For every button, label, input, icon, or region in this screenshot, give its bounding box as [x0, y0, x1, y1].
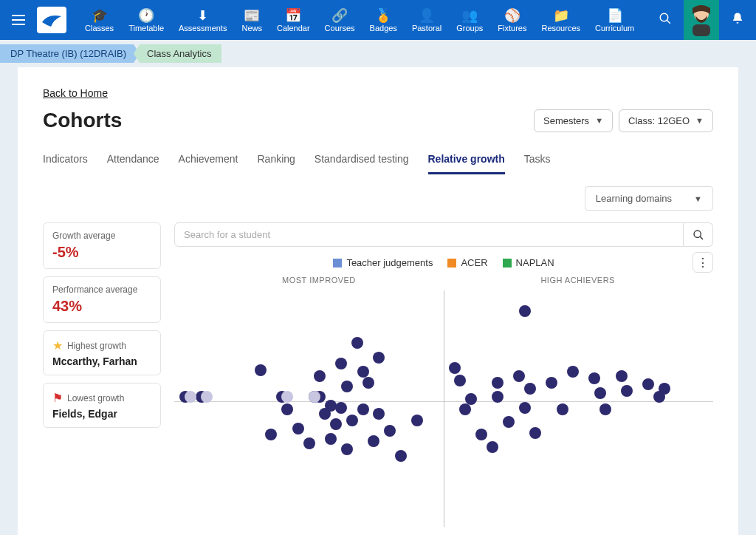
data-point[interactable]: [201, 391, 213, 403]
lowest-growth-card: ⚑Lowest growth Fields, Edgar: [43, 383, 161, 428]
nav-resources[interactable]: 📁Resources: [534, 7, 588, 33]
data-point[interactable]: [325, 400, 337, 412]
nav-courses[interactable]: 🔗Courses: [317, 7, 362, 33]
nav-label: Fixtures: [498, 24, 526, 33]
data-point[interactable]: [335, 402, 347, 414]
classes-icon: 🎓: [92, 7, 108, 24]
notifications-icon[interactable]: [726, 12, 749, 28]
back-link[interactable]: Back to Home: [43, 87, 108, 99]
tab-relative-growth[interactable]: Relative growth: [428, 149, 505, 174]
data-point[interactable]: [546, 377, 557, 389]
nav-news[interactable]: 📰News: [234, 7, 269, 33]
data-point[interactable]: [659, 383, 670, 395]
nav-pastoral[interactable]: 👤Pastoral: [405, 7, 449, 33]
nav-calendar[interactable]: 📅Calendar: [269, 7, 317, 33]
data-point[interactable]: [557, 403, 568, 415]
data-point[interactable]: [292, 423, 304, 435]
search-icon[interactable]: [654, 12, 676, 28]
search-button[interactable]: [684, 222, 713, 247]
app-logo[interactable]: [37, 7, 66, 33]
class-dropdown[interactable]: Class: 12GEO ▼: [619, 109, 713, 132]
data-point[interactable]: [529, 427, 541, 439]
breadcrumb-level-2[interactable]: Class Analytics: [134, 44, 221, 63]
menu-icon[interactable]: [7, 9, 30, 31]
data-point[interactable]: [459, 403, 471, 415]
data-point[interactable]: [314, 370, 326, 382]
data-point[interactable]: [492, 391, 504, 403]
data-point[interactable]: [599, 403, 611, 415]
data-point[interactable]: [346, 415, 358, 426]
growth-value: -5%: [52, 244, 151, 261]
data-point[interactable]: [567, 366, 579, 378]
data-point[interactable]: [351, 337, 363, 349]
student-search-input[interactable]: [174, 222, 684, 247]
nav-label: News: [241, 24, 262, 33]
tab-attendance[interactable]: Attendance: [107, 149, 159, 174]
data-point[interactable]: [588, 372, 600, 384]
data-point[interactable]: [368, 435, 379, 447]
tab-achievement[interactable]: Achievement: [179, 149, 238, 174]
data-point[interactable]: [487, 441, 498, 453]
data-point[interactable]: [519, 402, 531, 414]
nav-assessments[interactable]: ⬇Assessments: [171, 7, 234, 33]
data-point[interactable]: [503, 416, 515, 428]
data-point[interactable]: [449, 362, 461, 374]
data-point[interactable]: [281, 391, 293, 403]
growth-average-card: Growth average -5%: [43, 222, 161, 269]
data-point[interactable]: [341, 381, 353, 392]
nav-groups[interactable]: 👥Groups: [449, 7, 490, 33]
legend-naplan[interactable]: NAPLAN: [503, 257, 554, 268]
data-point[interactable]: [373, 408, 385, 420]
nav-label: Curriculum: [595, 24, 634, 33]
data-point[interactable]: [265, 429, 277, 440]
tab-indicators[interactable]: Indicators: [43, 149, 88, 174]
data-point[interactable]: [524, 383, 536, 395]
data-point[interactable]: [594, 387, 606, 399]
semesters-dropdown[interactable]: Semesters ▼: [534, 109, 613, 132]
data-point[interactable]: [616, 370, 628, 382]
data-point[interactable]: [255, 364, 267, 376]
data-point[interactable]: [411, 415, 423, 426]
data-point[interactable]: [513, 370, 525, 382]
data-point[interactable]: [335, 358, 347, 369]
quadrant-label-high-achievers: HIGH ACHIEVERS: [540, 276, 615, 284]
data-point[interactable]: [454, 375, 466, 386]
data-point[interactable]: [362, 377, 374, 389]
data-point[interactable]: [642, 378, 654, 390]
legend-teacher[interactable]: Teacher judgements: [333, 257, 433, 268]
breadcrumb-level-1[interactable]: DP Theatre (IB) (12DRAIB): [0, 44, 140, 63]
data-point[interactable]: [621, 385, 633, 397]
data-point[interactable]: [384, 425, 396, 437]
data-point[interactable]: [357, 403, 369, 415]
data-point[interactable]: [341, 443, 353, 455]
nav-classes[interactable]: 🎓Classes: [78, 7, 121, 33]
data-point[interactable]: [519, 305, 531, 317]
data-point[interactable]: [185, 391, 196, 403]
fixtures-icon: ⚾: [504, 7, 520, 24]
data-point[interactable]: [309, 391, 320, 403]
data-point[interactable]: [492, 377, 504, 389]
data-point[interactable]: [303, 437, 315, 449]
svg-line-5: [700, 236, 703, 239]
data-point[interactable]: [330, 418, 342, 430]
nav-label: Calendar: [277, 24, 310, 33]
legend-swatch: [333, 259, 342, 268]
learning-domains-dropdown[interactable]: Learning domains ▼: [585, 186, 713, 211]
data-point[interactable]: [395, 450, 407, 462]
pastoral-icon: 👤: [419, 7, 435, 24]
legend-acer[interactable]: ACER: [447, 257, 487, 268]
nav-timetable[interactable]: 🕐Timetable: [121, 7, 171, 33]
data-point[interactable]: [325, 433, 337, 445]
tab-ranking[interactable]: Ranking: [257, 149, 295, 174]
data-point[interactable]: [281, 403, 293, 415]
nav-badges[interactable]: 🏅Badges: [362, 7, 405, 33]
tab-standardised-testing[interactable]: Standardised testing: [315, 149, 409, 174]
data-point[interactable]: [475, 429, 487, 440]
tab-tasks[interactable]: Tasks: [524, 149, 551, 174]
nav-curriculum[interactable]: 📄Curriculum: [588, 7, 642, 33]
data-point[interactable]: [373, 352, 385, 364]
data-point[interactable]: [465, 393, 477, 405]
user-avatar[interactable]: [684, 0, 719, 40]
chart-menu-button[interactable]: ⋮: [693, 252, 713, 273]
nav-fixtures[interactable]: ⚾Fixtures: [490, 7, 534, 33]
